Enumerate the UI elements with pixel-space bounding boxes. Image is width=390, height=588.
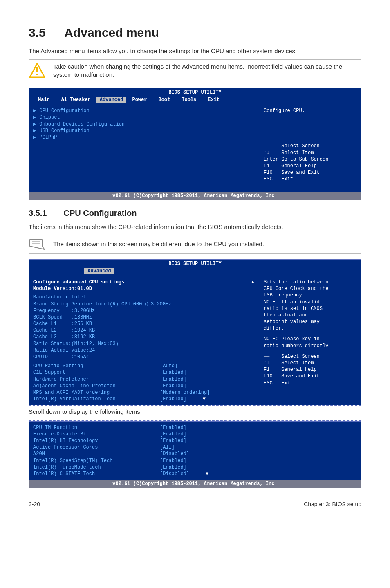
info-line: Cache L3 :8192 KB xyxy=(33,334,256,340)
subsection-heading: CPU Configuration xyxy=(64,209,137,218)
setting-row[interactable]: A20M[Disabled] xyxy=(33,451,256,457)
setting-row[interactable]: C1E Support[Enabled] xyxy=(33,369,256,376)
section-number: 3.5 xyxy=(29,25,61,41)
setting-row[interactable]: Execute-Disable Bit[Enabled] xyxy=(33,431,256,438)
info-line: Ratio Actual Value:24 xyxy=(33,347,256,354)
page-footer: 3-20 Chapter 3: BIOS setup xyxy=(29,500,361,508)
bios-title: BIOS SETUP UTILITY xyxy=(29,88,361,96)
menu-advanced[interactable]: Advanced xyxy=(84,268,114,274)
setting-row[interactable]: Intel(R) SpeedStep(TM) Tech[Enabled] xyxy=(33,458,256,464)
svg-rect-2 xyxy=(36,74,38,75)
nav-line: F1 General Help xyxy=(264,163,358,169)
menu-advanced[interactable]: Advanced xyxy=(96,97,127,103)
nav-line: ESC Exit xyxy=(264,176,358,182)
tear-line xyxy=(29,405,361,406)
bios-item-onboard[interactable]: ▶Onboard Devices Configuration xyxy=(33,121,256,128)
bios-menubar: . Advanced xyxy=(29,267,361,276)
nav-line: F1 General Help xyxy=(264,366,358,373)
scroll-caption: Scroll down to display the following ite… xyxy=(29,408,361,416)
bios-screen-cpu-continued: CPU TM Function[Enabled] Execute-Disable… xyxy=(29,421,361,489)
subsection-intro: The items in this menu show the CPU-rela… xyxy=(29,223,361,231)
nav-line: ←→ Select Screen xyxy=(264,353,358,360)
cpu-hdr2: Module Version:01.0D xyxy=(33,285,256,293)
help-line xyxy=(264,332,358,336)
bios-nav: ←→ Select Screen ↑↓ Select Item F1 Gener… xyxy=(264,353,358,386)
nav-line: ←→ Select Screen xyxy=(264,143,358,149)
bios-item-chipset[interactable]: ▶Chipset xyxy=(33,114,256,121)
note-box: The items shown in this screen may be di… xyxy=(29,236,361,254)
setting-row[interactable]: MPS and ACPI MADT ordering[Modern orderi… xyxy=(33,389,256,396)
help-line: ratio is set in CMOS xyxy=(264,305,358,312)
bios-help: Configure CPU. xyxy=(264,108,358,114)
help-line: FSB Frequency. xyxy=(264,292,358,298)
info-line: Ratio Status:(Min:12, Max:63) xyxy=(33,341,256,347)
bios-footer: v02.61 (C)Copyright 1985-2011, American … xyxy=(29,192,361,200)
bios-item-usb[interactable]: ▶USB Configuration xyxy=(33,128,256,134)
bios-screen-advanced: BIOS SETUP UTILITY Main Ai Tweaker Advan… xyxy=(29,88,361,201)
nav-line: ↑↓ Select Item xyxy=(264,360,358,366)
help-line: setpoint values may xyxy=(264,319,358,325)
chapter-label: Chapter 3: BIOS setup xyxy=(304,500,361,508)
setting-row[interactable]: CPU TM Function[Enabled] xyxy=(33,424,256,431)
menu-ai-tweaker[interactable]: Ai Tweaker xyxy=(56,97,96,103)
svg-rect-1 xyxy=(36,67,38,72)
nav-line: Enter Go to Sub Screen xyxy=(264,156,358,163)
bios-item-pcipnp[interactable]: ▶PCIPnP xyxy=(33,134,256,141)
menu-main[interactable]: Main xyxy=(32,97,56,103)
setting-row[interactable]: CPU Ratio Setting[Auto] xyxy=(33,363,256,369)
setting-row[interactable]: Intel(R) TurboMode tech[Enabled] xyxy=(33,464,256,471)
info-line: BCLK Speed :133MHz xyxy=(33,314,256,321)
note-icon xyxy=(29,238,46,251)
caution-box: Take caution when changing the settings … xyxy=(29,59,361,82)
scroll-up-icon[interactable]: ▲ xyxy=(251,279,254,285)
setting-row[interactable]: Active Processor Cores[All] xyxy=(33,444,256,451)
bios-title: BIOS SETUP UTILITY xyxy=(29,260,361,267)
bios-nav: ←→ Select Screen ↑↓ Select Item Enter Go… xyxy=(264,143,358,182)
section-heading: Advanced menu xyxy=(64,26,159,39)
bios-screen-cpu: BIOS SETUP UTILITY . Advanced ▲ Configur… xyxy=(29,259,361,406)
info-line: Manufacturer:Intel xyxy=(33,294,256,301)
info-line: Brand String:Genuine Intel(R) CPU 000 @ … xyxy=(33,301,256,307)
menu-tools[interactable]: Tools xyxy=(176,97,202,103)
caution-text: Take caution when changing the settings … xyxy=(53,63,361,79)
bios-footer: v02.61 (C)Copyright 1985-2011, American … xyxy=(29,480,361,488)
bios-item-cpu[interactable]: ▶CPU Configuration xyxy=(33,108,256,114)
setting-row[interactable]: Intel(R) Virtualization Tech[Enabled]▼ xyxy=(33,396,256,402)
cpu-hdr1: Configure advanced CPU settings xyxy=(33,279,256,285)
setting-row[interactable]: Hardware Prefetcher[Enabled] xyxy=(33,376,256,383)
info-line: Frequency :3.20GHz xyxy=(33,307,256,314)
info-line: Cache L1 :256 KB xyxy=(33,321,256,327)
scroll-down-icon[interactable]: ▼ xyxy=(206,471,208,477)
nav-line: F10 Save and Exit xyxy=(264,169,358,176)
nav-line: ↑↓ Select Item xyxy=(264,150,358,156)
section-intro: The Advanced menu items allow you to cha… xyxy=(29,47,361,55)
subsection-title: 3.5.1 CPU Configuration xyxy=(29,208,361,219)
help-line: Sets the ratio between xyxy=(264,279,358,285)
bios-menubar: Main Ai Tweaker Advanced Power Boot Tool… xyxy=(29,96,361,105)
help-line: ratio numbers directly xyxy=(264,343,358,349)
help-line: differ. xyxy=(264,325,358,332)
nav-line: ESC Exit xyxy=(264,380,358,386)
help-line: NOTE: Please key in xyxy=(264,336,358,342)
setting-row[interactable]: Adjacent Cache Line Prefetch[Enabled] xyxy=(33,383,256,389)
menu-power[interactable]: Power xyxy=(126,97,152,103)
note-text: The items shown in this screen may be di… xyxy=(53,240,264,248)
help-line: NOTE: If an invalid xyxy=(264,299,358,305)
warning-icon xyxy=(29,62,46,79)
setting-row[interactable]: Intel(R) C-STATE Tech[Disabled]▼ xyxy=(33,471,256,477)
page-number: 3-20 xyxy=(29,500,40,508)
setting-row[interactable]: Intel(R) HT Technology[Enabled] xyxy=(33,438,256,444)
info-line: Cache L2 :1024 KB xyxy=(33,327,256,334)
nav-line: F10 Save and Exit xyxy=(264,373,358,379)
menu-boot[interactable]: Boot xyxy=(152,97,176,103)
info-line: CPUID :106A4 xyxy=(33,354,256,360)
scroll-down-icon[interactable]: ▼ xyxy=(203,396,206,402)
help-line: then actual and xyxy=(264,312,358,319)
page-title: 3.5 Advanced menu xyxy=(29,25,361,41)
subsection-number: 3.5.1 xyxy=(29,208,61,219)
menu-exit[interactable]: Exit xyxy=(202,97,225,103)
help-line: CPU Core Clock and the xyxy=(264,285,358,292)
